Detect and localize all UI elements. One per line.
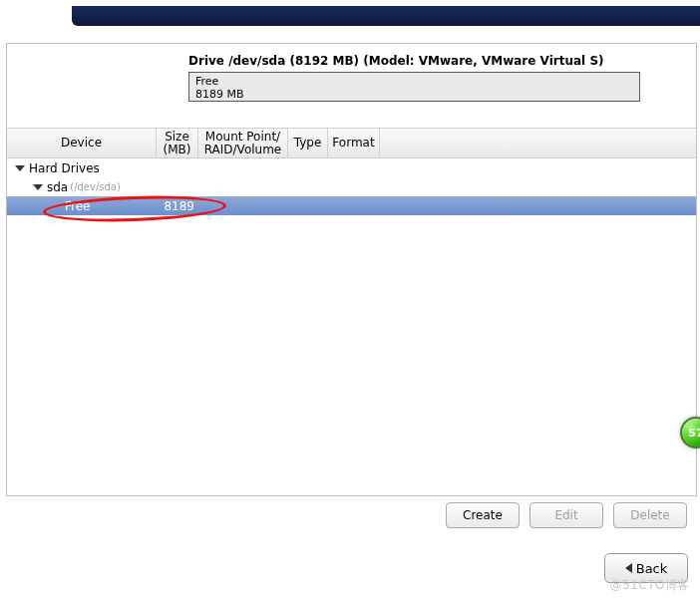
expander-icon[interactable] [33, 184, 43, 190]
delete-button: Delete [613, 502, 687, 528]
row-hard-drives[interactable]: Hard Drives [7, 158, 696, 177]
free-size: 8189 [157, 199, 198, 213]
table-body: Hard Drives sda (/dev/sda) Free 8189 [7, 158, 696, 215]
action-buttons: Create Edit Delete [6, 502, 697, 528]
create-button[interactable]: Create [446, 502, 520, 528]
edit-button: Edit [529, 502, 603, 528]
badge-number: 57 [688, 427, 700, 440]
partition-panel: Drive /dev/sda (8192 MB) (Model: VMware,… [6, 43, 697, 496]
label-hard-drives: Hard Drives [29, 161, 100, 175]
header-band [72, 6, 700, 26]
label-sda-path: (/dev/sda) [70, 181, 121, 192]
drive-usage-bar[interactable]: Free 8189 MB [188, 72, 640, 102]
back-label: Back [636, 561, 668, 576]
label-sda: sda [47, 180, 68, 194]
row-free-selected[interactable]: Free 8189 [7, 196, 696, 215]
watermark: @51CTO博客 [610, 577, 690, 594]
col-mount[interactable]: Mount Point/ RAID/Volume [198, 129, 288, 157]
partition-table: Device Size (MB) Mount Point/ RAID/Volum… [7, 128, 696, 215]
free-label: Free [7, 199, 157, 213]
table-header: Device Size (MB) Mount Point/ RAID/Volum… [7, 129, 696, 158]
drive-bar-free-size: 8189 MB [195, 88, 633, 101]
drive-title: Drive /dev/sda (8192 MB) (Model: VMware,… [7, 44, 696, 72]
arrow-left-icon [625, 563, 632, 573]
col-type[interactable]: Type [288, 129, 328, 157]
col-size[interactable]: Size (MB) [157, 129, 198, 157]
col-format[interactable]: Format [328, 129, 380, 157]
row-sda[interactable]: sda (/dev/sda) [7, 177, 696, 196]
col-device[interactable]: Device [7, 129, 157, 157]
expander-icon[interactable] [15, 165, 25, 171]
drive-bar-free-label: Free [195, 75, 633, 88]
